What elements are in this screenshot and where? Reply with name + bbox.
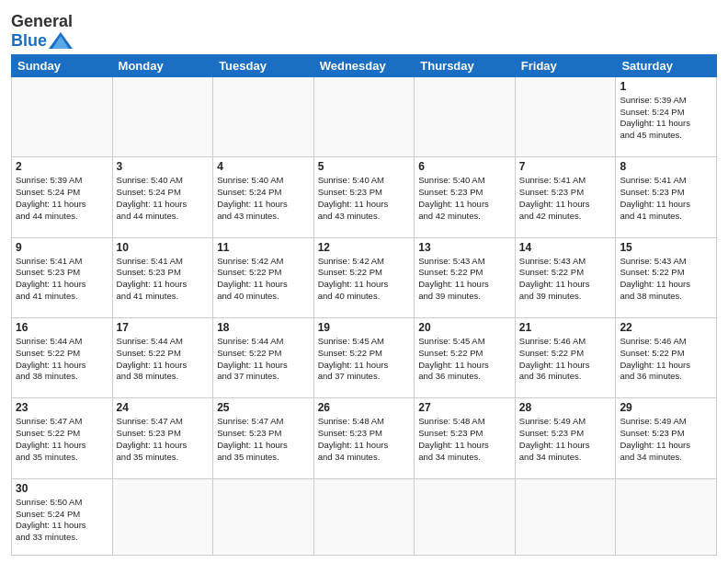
day-info: Sunrise: 5:50 AM Sunset: 5:24 PM Dayligh… — [16, 497, 108, 544]
day-info: Sunrise: 5:49 AM Sunset: 5:23 PM Dayligh… — [519, 416, 612, 463]
calendar-cell: 25Sunrise: 5:47 AM Sunset: 5:23 PM Dayli… — [213, 398, 314, 478]
day-number: 6 — [418, 160, 511, 173]
logo-blue-text: Blue — [11, 31, 47, 51]
calendar-day-header: Wednesday — [313, 54, 415, 76]
day-info: Sunrise: 5:44 AM Sunset: 5:22 PM Dayligh… — [217, 336, 310, 383]
calendar-cell: 15Sunrise: 5:43 AM Sunset: 5:22 PM Dayli… — [616, 237, 717, 317]
calendar-cell — [112, 478, 213, 555]
calendar-cell: 3Sunrise: 5:40 AM Sunset: 5:24 PM Daylig… — [112, 157, 213, 237]
calendar-cell: 12Sunrise: 5:42 AM Sunset: 5:22 PM Dayli… — [313, 237, 415, 317]
day-number: 13 — [418, 241, 511, 254]
day-number: 30 — [16, 482, 108, 495]
day-info: Sunrise: 5:44 AM Sunset: 5:22 PM Dayligh… — [16, 336, 108, 383]
day-number: 9 — [16, 241, 108, 254]
calendar-cell: 23Sunrise: 5:47 AM Sunset: 5:22 PM Dayli… — [12, 398, 113, 478]
calendar-cell: 30Sunrise: 5:50 AM Sunset: 5:24 PM Dayli… — [12, 478, 113, 555]
day-info: Sunrise: 5:48 AM Sunset: 5:23 PM Dayligh… — [418, 416, 511, 463]
calendar-day-header: Tuesday — [213, 54, 314, 76]
day-number: 1 — [620, 80, 712, 93]
day-number: 14 — [519, 241, 612, 254]
day-info: Sunrise: 5:41 AM Sunset: 5:23 PM Dayligh… — [16, 256, 108, 303]
day-number: 4 — [217, 160, 310, 173]
day-info: Sunrise: 5:44 AM Sunset: 5:22 PM Dayligh… — [117, 336, 210, 383]
day-number: 3 — [117, 160, 210, 173]
calendar-cell: 14Sunrise: 5:43 AM Sunset: 5:22 PM Dayli… — [515, 237, 616, 317]
day-number: 25 — [217, 401, 310, 414]
day-info: Sunrise: 5:40 AM Sunset: 5:24 PM Dayligh… — [217, 175, 310, 222]
calendar-day-header: Friday — [515, 54, 616, 76]
day-number: 8 — [620, 160, 712, 173]
calendar-cell — [213, 76, 314, 156]
calendar-week-row: 2Sunrise: 5:39 AM Sunset: 5:24 PM Daylig… — [12, 157, 717, 237]
calendar-cell: 4Sunrise: 5:40 AM Sunset: 5:24 PM Daylig… — [213, 157, 314, 237]
calendar-day-header: Saturday — [616, 54, 717, 76]
calendar-cell: 13Sunrise: 5:43 AM Sunset: 5:22 PM Dayli… — [415, 237, 516, 317]
day-info: Sunrise: 5:41 AM Sunset: 5:23 PM Dayligh… — [519, 175, 612, 222]
calendar-cell — [616, 478, 717, 555]
logo-text: General Blue — [11, 13, 73, 51]
calendar-cell: 29Sunrise: 5:49 AM Sunset: 5:23 PM Dayli… — [616, 398, 717, 478]
calendar-cell — [313, 478, 415, 555]
calendar-cell: 17Sunrise: 5:44 AM Sunset: 5:22 PM Dayli… — [112, 317, 213, 397]
calendar-cell: 5Sunrise: 5:40 AM Sunset: 5:23 PM Daylig… — [313, 157, 415, 237]
calendar-cell — [415, 76, 516, 156]
day-info: Sunrise: 5:47 AM Sunset: 5:23 PM Dayligh… — [217, 416, 310, 463]
day-info: Sunrise: 5:47 AM Sunset: 5:22 PM Dayligh… — [16, 416, 108, 463]
page: General Blue SundayMondayTuesdayWednesda… — [0, 0, 728, 563]
calendar-cell: 2Sunrise: 5:39 AM Sunset: 5:24 PM Daylig… — [12, 157, 113, 237]
logo: General Blue — [11, 13, 73, 51]
day-info: Sunrise: 5:40 AM Sunset: 5:24 PM Dayligh… — [117, 175, 210, 222]
calendar-day-header: Monday — [112, 54, 213, 76]
day-number: 21 — [519, 321, 612, 334]
day-info: Sunrise: 5:43 AM Sunset: 5:22 PM Dayligh… — [519, 256, 612, 303]
calendar-cell: 16Sunrise: 5:44 AM Sunset: 5:22 PM Dayli… — [12, 317, 113, 397]
day-info: Sunrise: 5:40 AM Sunset: 5:23 PM Dayligh… — [318, 175, 411, 222]
day-info: Sunrise: 5:47 AM Sunset: 5:23 PM Dayligh… — [117, 416, 210, 463]
day-info: Sunrise: 5:45 AM Sunset: 5:22 PM Dayligh… — [318, 336, 411, 383]
day-number: 28 — [519, 401, 612, 414]
day-info: Sunrise: 5:41 AM Sunset: 5:23 PM Dayligh… — [620, 175, 712, 222]
calendar-cell: 20Sunrise: 5:45 AM Sunset: 5:22 PM Dayli… — [415, 317, 516, 397]
calendar-cell: 27Sunrise: 5:48 AM Sunset: 5:23 PM Dayli… — [415, 398, 516, 478]
day-number: 22 — [620, 321, 712, 334]
day-info: Sunrise: 5:43 AM Sunset: 5:22 PM Dayligh… — [620, 256, 712, 303]
calendar-cell — [313, 76, 415, 156]
calendar-cell: 7Sunrise: 5:41 AM Sunset: 5:23 PM Daylig… — [515, 157, 616, 237]
day-number: 27 — [418, 401, 511, 414]
calendar-week-row: 1Sunrise: 5:39 AM Sunset: 5:24 PM Daylig… — [12, 76, 717, 156]
day-number: 15 — [620, 241, 712, 254]
day-info: Sunrise: 5:48 AM Sunset: 5:23 PM Dayligh… — [318, 416, 411, 463]
day-number: 18 — [217, 321, 310, 334]
day-info: Sunrise: 5:42 AM Sunset: 5:22 PM Dayligh… — [318, 256, 411, 303]
calendar-cell: 8Sunrise: 5:41 AM Sunset: 5:23 PM Daylig… — [616, 157, 717, 237]
day-info: Sunrise: 5:42 AM Sunset: 5:22 PM Dayligh… — [217, 256, 310, 303]
calendar-cell — [415, 478, 516, 555]
day-number: 11 — [217, 241, 310, 254]
calendar-cell: 21Sunrise: 5:46 AM Sunset: 5:22 PM Dayli… — [515, 317, 616, 397]
day-number: 12 — [318, 241, 411, 254]
calendar-table: SundayMondayTuesdayWednesdayThursdayFrid… — [11, 54, 717, 556]
day-number: 10 — [117, 241, 210, 254]
day-info: Sunrise: 5:46 AM Sunset: 5:22 PM Dayligh… — [620, 336, 712, 383]
calendar-week-row: 23Sunrise: 5:47 AM Sunset: 5:22 PM Dayli… — [12, 398, 717, 478]
day-number: 2 — [16, 160, 108, 173]
day-number: 20 — [418, 321, 511, 334]
calendar-cell — [112, 76, 213, 156]
calendar-cell: 28Sunrise: 5:49 AM Sunset: 5:23 PM Dayli… — [515, 398, 616, 478]
day-info: Sunrise: 5:40 AM Sunset: 5:23 PM Dayligh… — [418, 175, 511, 222]
day-number: 19 — [318, 321, 411, 334]
day-number: 26 — [318, 401, 411, 414]
day-info: Sunrise: 5:39 AM Sunset: 5:24 PM Dayligh… — [16, 175, 108, 222]
calendar-header-row: SundayMondayTuesdayWednesdayThursdayFrid… — [12, 54, 717, 76]
calendar-cell — [515, 76, 616, 156]
calendar-cell — [515, 478, 616, 555]
day-number: 24 — [117, 401, 210, 414]
calendar-cell: 24Sunrise: 5:47 AM Sunset: 5:23 PM Dayli… — [112, 398, 213, 478]
day-info: Sunrise: 5:43 AM Sunset: 5:22 PM Dayligh… — [418, 256, 511, 303]
day-number: 29 — [620, 401, 712, 414]
calendar-cell — [12, 76, 113, 156]
calendar-cell — [213, 478, 314, 555]
calendar-week-row: 30Sunrise: 5:50 AM Sunset: 5:24 PM Dayli… — [12, 478, 717, 555]
day-info: Sunrise: 5:45 AM Sunset: 5:22 PM Dayligh… — [418, 336, 511, 383]
day-number: 5 — [318, 160, 411, 173]
